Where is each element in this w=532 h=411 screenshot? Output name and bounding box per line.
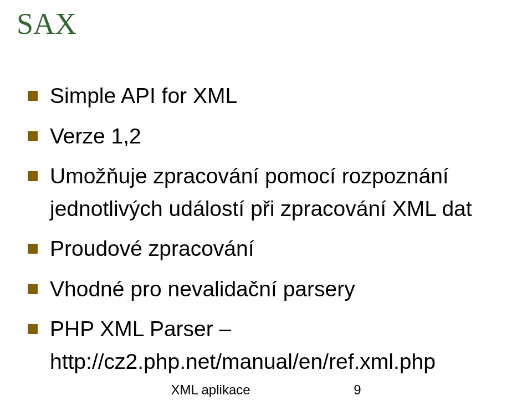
bullet-item: PHP XML Parser – http://cz2.php.net/manu… xyxy=(28,313,515,378)
bullet-text: Vhodné pro nevalidační parsery xyxy=(50,277,355,301)
bullet-text: Verze 1,2 xyxy=(50,124,141,148)
bullet-item: Umožňuje zpracování pomocí rozpoznání je… xyxy=(28,160,515,225)
slide-title: SAX xyxy=(17,7,515,41)
page-number: 9 xyxy=(354,382,361,398)
bullet-text: Simple API for XML xyxy=(50,84,237,107)
bullet-text: Umožňuje zpracování pomocí rozpoznání je… xyxy=(50,164,472,220)
footer-text: XML aplikace xyxy=(171,382,250,398)
bullet-text: PHP XML Parser – http://cz2.php.net/manu… xyxy=(50,317,436,373)
bullet-item: Simple API for XML xyxy=(28,80,515,112)
bullet-text: Proudové zpracování xyxy=(50,237,254,260)
bullet-list: Simple API for XML Verze 1,2 Umožňuje zp… xyxy=(17,80,515,378)
slide: SAX Simple API for XML Verze 1,2 Umožňuj… xyxy=(0,0,532,411)
bullet-item: Proudové zpracování xyxy=(28,233,515,265)
bullet-item: Verze 1,2 xyxy=(28,120,515,153)
bullet-item: Vhodné pro nevalidační parsery xyxy=(28,273,515,306)
footer: XML aplikace 9 xyxy=(0,382,532,398)
